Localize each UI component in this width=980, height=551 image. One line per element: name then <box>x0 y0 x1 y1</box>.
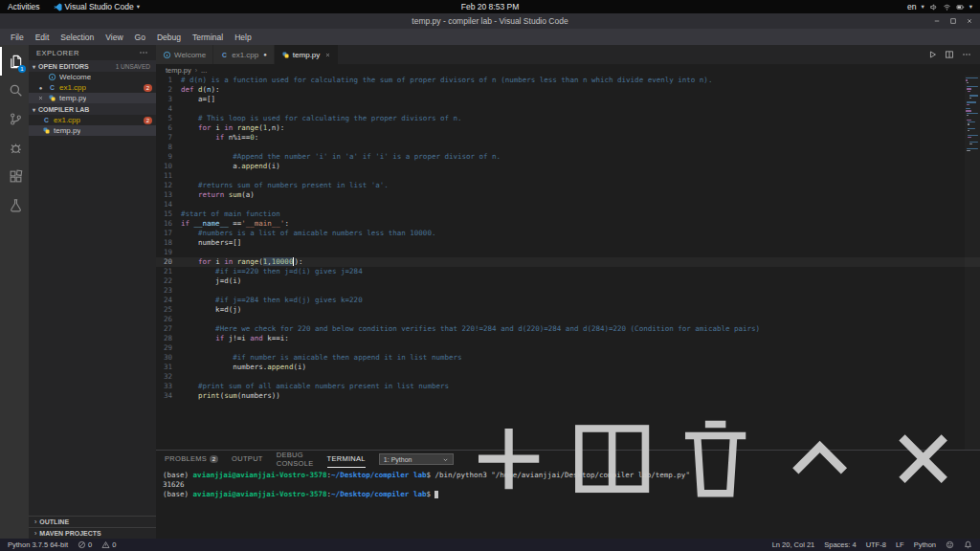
code-line-14[interactable]: 14 <box>156 200 980 209</box>
panel-tab-terminal[interactable]: TERMINAL <box>327 451 366 468</box>
file-item-ex1-cpp[interactable]: Cex1.cpp2 <box>29 115 156 125</box>
code-line-30[interactable]: 30 #if number is amicable then append it… <box>156 353 980 363</box>
code-line-4[interactable]: 4 <box>156 104 980 114</box>
code-line-10[interactable]: 10 a.append(i) <box>156 162 980 171</box>
tab-ex1-cpp[interactable]: Cex1.cpp● <box>213 45 275 64</box>
status-language-mode[interactable]: Python <box>914 540 936 549</box>
split-editor-icon[interactable] <box>945 50 954 59</box>
menu-selection[interactable]: Selection <box>55 31 100 44</box>
code-line-1[interactable]: 1# d(n) is a function used for calculati… <box>156 76 980 85</box>
code-line-22[interactable]: 22 j=d(i) <box>156 276 980 286</box>
close-window-icon[interactable] <box>966 17 973 25</box>
code-editor[interactable]: 1# d(n) is a function used for calculati… <box>156 76 980 450</box>
minimap[interactable] <box>965 76 980 450</box>
status-notifications[interactable] <box>964 540 972 549</box>
menu-help[interactable]: Help <box>229 31 256 44</box>
file-item-temp-py[interactable]: temp.py <box>29 93 156 103</box>
file-item-welcome[interactable]: Welcome <box>29 72 156 82</box>
code-line-25[interactable]: 25 k=d(j) <box>156 305 980 315</box>
code-line-23[interactable]: 23 <box>156 286 980 296</box>
status-indentation[interactable]: Spaces: 4 <box>824 540 856 549</box>
activity-source-control[interactable] <box>0 104 29 133</box>
window-titlebar: temp.py - compiler lab - Visual Studio C… <box>0 13 980 29</box>
network-icon[interactable] <box>943 3 951 11</box>
code-line-13[interactable]: 13 return sum(a) <box>156 190 980 200</box>
code-line-3[interactable]: 3 a=[] <box>156 95 980 104</box>
menu-edit[interactable]: Edit <box>30 31 56 44</box>
status-feedback[interactable] <box>946 540 954 549</box>
line-number: 27 <box>156 324 181 334</box>
close-icon[interactable] <box>36 95 45 101</box>
code-line-31[interactable]: 31 numbers.append(i) <box>156 363 980 372</box>
activity-explorer[interactable]: 1 <box>0 47 29 76</box>
menu-debug[interactable]: Debug <box>151 31 187 44</box>
code-line-32[interactable]: 32 <box>156 372 980 382</box>
code-line-11[interactable]: 11 <box>156 171 980 181</box>
status-cursor-position[interactable]: Ln 20, Col 21 <box>772 540 815 549</box>
code-line-18[interactable]: 18 numbers=[] <box>156 238 980 248</box>
open-editors-header[interactable]: ▾ OPEN EDITORS 1 UNSAVED <box>29 60 156 72</box>
panel-tab-debug-console[interactable]: DEBUG CONSOLE <box>277 451 314 468</box>
status-encoding[interactable]: UTF-8 <box>866 540 886 549</box>
section-outline[interactable]: ›OUTLINE <box>29 516 156 527</box>
terminal[interactable]: (base) avianjjai@avianjjai-Vostro-3578:~… <box>156 468 980 539</box>
code-line-24[interactable]: 24 #if j==284 then k=d(j) gives k=220 <box>156 296 980 305</box>
panel-tab-output[interactable]: OUTPUT <box>232 451 263 468</box>
minimize-icon[interactable] <box>933 17 941 25</box>
code-line-17[interactable]: 17 #numbers is a list of amicable number… <box>156 229 980 238</box>
code-line-15[interactable]: 15#start of main function <box>156 209 980 219</box>
code-line-21[interactable]: 21 #if i==220 then j=d(i) gives j=284 <box>156 267 980 276</box>
status-label: UTF-8 <box>866 540 886 549</box>
app-menu[interactable]: Visual Studio Code ▾ <box>54 2 140 11</box>
code-line-7[interactable]: 7 if n%i==0: <box>156 133 980 143</box>
run-icon[interactable] <box>927 50 937 59</box>
menu-go[interactable]: Go <box>129 31 151 44</box>
status-errors[interactable]: 0 <box>78 540 92 549</box>
activity-debug[interactable] <box>0 133 29 162</box>
tab-welcome[interactable]: Welcome <box>156 45 213 64</box>
more-actions-icon[interactable] <box>139 48 148 57</box>
close-icon[interactable] <box>324 52 331 58</box>
menu-file[interactable]: File <box>5 31 30 44</box>
code-line-8[interactable]: 8 <box>156 143 980 152</box>
breadcrumb-item[interactable]: ... <box>201 66 207 75</box>
code-line-19[interactable]: 19 <box>156 248 980 257</box>
code-line-6[interactable]: 6 for i in range(1,n): <box>156 123 980 133</box>
activity-search[interactable] <box>0 76 29 104</box>
code-line-27[interactable]: 27 #Here we check for 220 and below cond… <box>156 324 980 334</box>
maximize-icon[interactable] <box>949 17 957 25</box>
code-line-2[interactable]: 2def d(n): <box>156 85 980 95</box>
code-line-20[interactable]: 20 for i in range(1,10000): <box>156 257 980 267</box>
status-eol[interactable]: LF <box>896 540 904 549</box>
system-tray[interactable]: en ▾ ▾ <box>907 2 972 11</box>
file-item-temp-py[interactable]: temp.py <box>29 125 156 136</box>
tray-icons <box>929 3 965 11</box>
folder-header[interactable]: ▾ COMPILER LAB <box>29 103 156 115</box>
code-line-34[interactable]: 34 print(sum(numbers)) <box>156 391 980 401</box>
code-line-12[interactable]: 12 #returns sum of numbers present in li… <box>156 181 980 190</box>
menu-terminal[interactable]: Terminal <box>187 31 229 44</box>
panel-tab-problems[interactable]: PROBLEMS2 <box>165 451 218 468</box>
code-line-9[interactable]: 9 #Append the number 'i' in 'a' if 'i' i… <box>156 152 980 162</box>
activity-extensions[interactable] <box>0 162 29 190</box>
menu-view[interactable]: View <box>100 31 128 44</box>
terminal-selector[interactable]: 1: Python <box>379 453 454 465</box>
code-line-33[interactable]: 33 #print sum of all amicable numbers pr… <box>156 382 980 391</box>
tab-temp-py[interactable]: temp.py <box>275 45 339 64</box>
clock[interactable]: Feb 20 8:53 PM <box>0 2 980 11</box>
breadcrumb-item[interactable]: temp.py <box>166 66 191 75</box>
activities-button[interactable]: Activities <box>8 2 40 11</box>
volume-icon[interactable] <box>929 3 938 11</box>
code-line-26[interactable]: 26 <box>156 315 980 324</box>
status-warnings[interactable]: 0 <box>101 540 116 549</box>
section-maven-projects[interactable]: ›MAVEN PROJECTS <box>29 527 156 539</box>
code-line-16[interactable]: 16if __name__ =='__main__': <box>156 219 980 229</box>
code-line-29[interactable]: 29 <box>156 343 980 353</box>
status-python-version[interactable]: Python 3.7.5 64-bit <box>8 540 68 549</box>
battery-icon[interactable] <box>956 3 965 11</box>
code-line-28[interactable]: 28 if j!=i and k==i: <box>156 334 980 343</box>
code-line-5[interactable]: 5 # This loop is used for calculating th… <box>156 114 980 123</box>
file-item-ex1-cpp[interactable]: ●Cex1.cpp2 <box>29 82 156 93</box>
activity-test[interactable] <box>0 190 29 219</box>
more-icon[interactable] <box>962 50 971 59</box>
